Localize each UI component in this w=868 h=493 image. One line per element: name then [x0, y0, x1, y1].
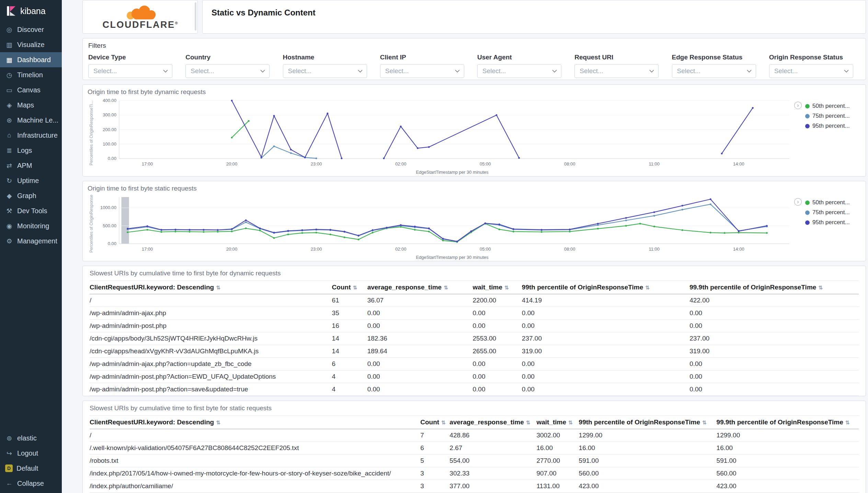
data-table: ClientRequestURI.keyword: Descending⇅Cou… — [90, 415, 859, 493]
sidebar-item-maps[interactable]: ◈Maps — [0, 98, 62, 113]
sidebar-item-timelion[interactable]: ◷Timelion — [0, 67, 62, 82]
column-header-99-9th-percentile-of-originresponsetime[interactable]: 99.9th percentile of OriginResponseTime⇅ — [717, 416, 859, 429]
sort-icon[interactable]: ⇅ — [353, 285, 357, 290]
data-point — [518, 157, 520, 159]
filter-select-country[interactable]: Select... — [185, 64, 270, 78]
column-header-99th-percentile-of-originresponsetime[interactable]: 99th percentile of OriginResponseTime⇅ — [522, 281, 689, 294]
sidebar-item-monitoring[interactable]: ◉Monitoring — [0, 218, 62, 233]
sidebar-item-graph[interactable]: ◆Graph — [0, 188, 62, 203]
table-cell: /index.php/author/camiliame/ — [90, 480, 420, 493]
column-header-wait-time[interactable]: wait_time⇅ — [536, 416, 579, 429]
table-cell: 554.00 — [449, 455, 536, 467]
legend-item-75th-percent[interactable]: 75th percent... — [805, 113, 861, 119]
legend-item-75th-percent[interactable]: 75th percent... — [805, 209, 861, 216]
column-header-clientrequesturi-keyword-descending[interactable]: ClientRequestURI.keyword: Descending⇅ — [90, 416, 420, 429]
sort-icon[interactable]: ⇅ — [845, 420, 850, 425]
sidebar-item-elastic[interactable]: ⊚elastic — [0, 431, 62, 446]
sidebar-item-discover[interactable]: ◎Discover — [0, 22, 62, 37]
sidebar-item-default[interactable]: DDefault — [0, 461, 62, 476]
main-content: CLOUDFLARE® Static vs Dynamic Content Fi… — [62, 0, 868, 493]
sidebar-item-canvas[interactable]: ▭Canvas — [0, 82, 62, 98]
legend-item-95th-percent[interactable]: 95th percent... — [805, 123, 861, 129]
kibana-brand[interactable]: kibana — [0, 0, 62, 22]
data-point — [499, 223, 500, 225]
infrastructure-icon: ⌂ — [5, 131, 13, 139]
data-point — [290, 152, 292, 154]
filter-label: Client IP — [380, 54, 471, 61]
y-tick-label: 300.00 — [103, 112, 116, 117]
sort-icon[interactable]: ⇅ — [645, 285, 650, 290]
chart-plot-area[interactable]: 0.00500.001000.0017:0020:0023:0002:0005:… — [95, 194, 793, 254]
chart-plot-area[interactable]: 0.00100.00200.00300.00400.0017:0020:0023… — [95, 97, 793, 169]
legend-item-95th-percent[interactable]: 95th percent... — [805, 219, 861, 226]
data-point — [127, 228, 128, 230]
legend-color-dot — [805, 124, 810, 128]
column-header-wait-time[interactable]: wait_time⇅ — [473, 281, 522, 294]
data-point — [428, 231, 430, 232]
table-cell: 35 — [332, 307, 367, 320]
sort-icon[interactable]: ⇅ — [818, 285, 823, 290]
table-cell: /wp-admin/admin-post.php?action=save&upd… — [90, 383, 332, 396]
filter-label: User Agent — [477, 54, 568, 61]
sidebar-item-logs[interactable]: ≣Logs — [0, 143, 62, 158]
sidebar-item-management[interactable]: ⚙Management — [0, 233, 62, 249]
column-header-average-response-time[interactable]: average_response_time⇅ — [449, 416, 536, 429]
sidebar-item-visualize[interactable]: ▥Visualize — [0, 37, 62, 52]
data-point — [231, 230, 233, 232]
select-placeholder: Select... — [93, 67, 117, 75]
data-point — [344, 237, 345, 238]
sort-icon[interactable]: ⇅ — [526, 420, 530, 425]
filter-select-user-agent[interactable]: Select... — [477, 64, 561, 78]
sidebar-item-logout[interactable]: ↪Logout — [0, 446, 62, 461]
data-point — [217, 231, 219, 232]
sort-icon[interactable]: ⇅ — [216, 285, 220, 290]
data-point — [290, 149, 292, 150]
column-header-clientrequesturi-keyword-descending[interactable]: ClientRequestURI.keyword: Descending⇅ — [90, 281, 332, 294]
table-cell: 0.00 — [689, 320, 859, 332]
data-point — [597, 223, 599, 225]
sidebar-item-collapse[interactable]: ←Collapse — [0, 476, 62, 491]
panel-scrollbar[interactable] — [195, 2, 196, 31]
sidebar-item-machine-le[interactable]: ⊛Machine Le... — [0, 113, 62, 128]
filter-select-edge-response-status[interactable]: Select... — [672, 64, 756, 78]
data-point — [245, 221, 247, 223]
sort-icon[interactable]: ⇅ — [504, 285, 509, 290]
data-point — [639, 223, 641, 225]
filter-select-hostname[interactable]: Select... — [283, 64, 367, 78]
sort-icon[interactable]: ⇅ — [568, 420, 573, 425]
column-header-99th-percentile-of-originresponsetime[interactable]: 99th percentile of OriginResponseTime⇅ — [579, 416, 717, 429]
sidebar-item-dev-tools[interactable]: ⚒Dev Tools — [0, 203, 62, 218]
data-point — [513, 228, 514, 230]
data-point — [259, 230, 261, 231]
column-header-count[interactable]: Count⇅ — [420, 416, 449, 429]
sort-icon[interactable]: ⇅ — [441, 420, 446, 425]
filter-client-ip: Client IPSelect... — [380, 54, 471, 78]
table-row: /robots.txt5554.002770.00591.00591.00 — [90, 455, 859, 467]
column-header-count[interactable]: Count⇅ — [332, 281, 367, 294]
column-header-99-9th-percentile-of-originresponsetime[interactable]: 99.9th percentile of OriginResponseTime⇅ — [689, 281, 859, 294]
sort-icon[interactable]: ⇅ — [444, 285, 448, 290]
table-cell: 0.00 — [522, 320, 689, 332]
sidebar-item-apm[interactable]: ⇄APM — [0, 158, 62, 173]
data-point — [248, 120, 250, 122]
sort-icon[interactable]: ⇅ — [216, 420, 220, 425]
sort-icon[interactable]: ⇅ — [702, 420, 707, 425]
legend-item-50th-percent[interactable]: 50th percent... — [805, 103, 861, 110]
filter-select-client-ip[interactable]: Select... — [380, 64, 464, 78]
filter-select-origin-response-status[interactable]: Select... — [769, 64, 853, 78]
table-cell: 182.36 — [367, 332, 473, 345]
data-point — [161, 229, 162, 231]
data-point — [625, 217, 627, 219]
sidebar-item-infrastructure[interactable]: ⌂Infrastructure — [0, 128, 62, 143]
legend-item-50th-percent[interactable]: 50th percent... — [805, 199, 861, 206]
filter-select-device-type[interactable]: Select... — [88, 64, 172, 78]
legend-toggle-button[interactable]: › — [794, 102, 802, 109]
sidebar-item-uptime[interactable]: ↻Uptime — [0, 173, 62, 188]
select-placeholder: Select... — [677, 67, 701, 75]
data-point — [766, 232, 768, 234]
sidebar-item-dashboard[interactable]: ▦Dashboard — [0, 52, 62, 67]
column-header-average-response-time[interactable]: average_response_time⇅ — [367, 281, 473, 294]
data-point — [625, 220, 627, 221]
filter-select-request-uri[interactable]: Select... — [574, 64, 659, 78]
legend-toggle-button[interactable]: › — [794, 198, 802, 206]
